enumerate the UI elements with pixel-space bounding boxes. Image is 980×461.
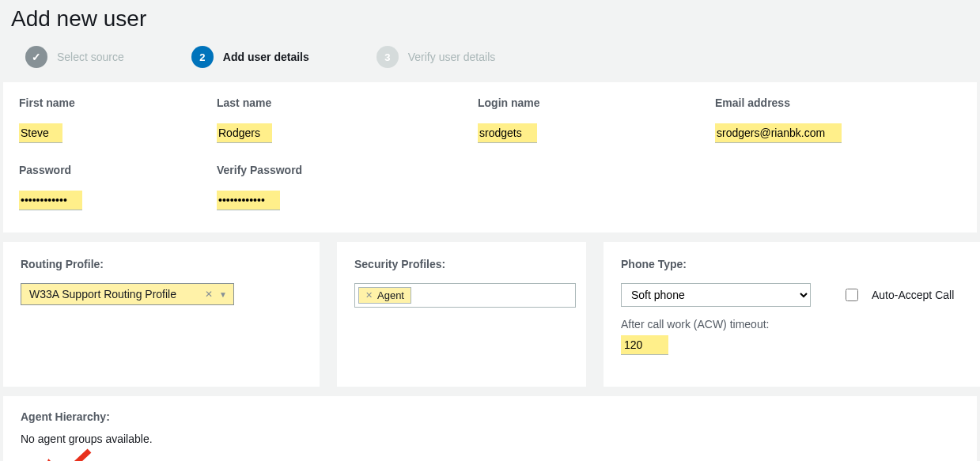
agent-hierarchy-panel: Agent Hierarchy: No agent groups availab… [3,396,977,461]
last-name-group: Last name [217,96,478,143]
password-group: Password [19,164,217,210]
agent-hierarchy-message: No agent groups available. [21,433,959,445]
user-details-panel: First name Last name Login name Email ad… [3,82,977,232]
first-name-group: First name [19,96,217,143]
auto-accept-call-group[interactable]: Auto-Accept Call [842,286,954,304]
security-tag-label: Agent [377,289,404,301]
step-verify-user-details: 3 Verify user details [376,46,496,68]
security-profiles-panel: Security Profiles: ✕ Agent [337,242,586,387]
step-label: Verify user details [408,51,496,63]
login-name-label: Login name [478,96,715,109]
wizard-stepper: Select source 2 Add user details 3 Verif… [0,41,980,82]
verify-password-input[interactable] [217,191,280,210]
security-profiles-input[interactable]: ✕ Agent [354,283,576,308]
check-icon [25,46,47,68]
auto-accept-call-label: Auto-Accept Call [872,289,954,301]
phone-type-panel: Phone Type: Soft phone Auto-Accept Call … [604,242,980,387]
email-input[interactable] [715,123,842,143]
step-number-icon: 2 [191,46,214,68]
last-name-label: Last name [217,96,478,109]
security-profiles-label: Security Profiles: [354,258,569,270]
acw-timeout-input[interactable] [621,335,668,355]
last-name-input[interactable] [217,123,272,143]
routing-profile-select[interactable]: W33A Support Routing Profile ✕ ▼ [21,283,234,305]
email-group: Email address [715,96,968,143]
chevron-down-icon[interactable]: ▼ [219,290,227,299]
login-name-group: Login name [478,96,715,143]
routing-profile-panel: Routing Profile: W33A Support Routing Pr… [3,242,320,387]
remove-tag-icon[interactable]: ✕ [365,290,373,300]
routing-profile-label: Routing Profile: [21,258,302,270]
first-name-input[interactable] [19,123,62,143]
step-label: Select source [57,51,124,63]
routing-profile-value: W33A Support Routing Profile [29,288,176,300]
step-select-source: Select source [25,46,124,68]
verify-password-group: Verify Password [217,164,478,210]
security-tag-agent: ✕ Agent [358,287,411,304]
password-label: Password [19,164,217,176]
phone-type-label: Phone Type: [621,258,966,270]
clear-icon[interactable]: ✕ [205,289,213,300]
agent-hierarchy-label: Agent Hierarchy: [21,410,959,423]
step-number-icon: 3 [376,46,399,68]
acw-timeout-label: After call work (ACW) timeout: [621,318,966,331]
step-add-user-details: 2 Add user details [191,46,309,68]
login-name-input[interactable] [478,123,537,143]
step-label: Add user details [223,51,309,63]
verify-password-label: Verify Password [217,164,478,176]
email-label: Email address [715,96,968,109]
password-input[interactable] [19,191,82,210]
first-name-label: First name [19,96,217,109]
auto-accept-call-checkbox[interactable] [846,289,858,301]
phone-type-select[interactable]: Soft phone [621,283,811,307]
page-title: Add new user [11,6,980,32]
